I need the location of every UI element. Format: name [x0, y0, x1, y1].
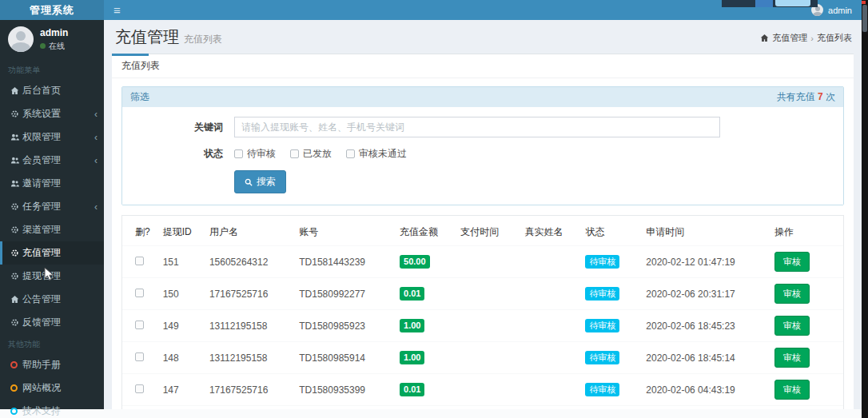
- audit-button[interactable]: 审核: [774, 380, 810, 400]
- home-icon: [10, 86, 22, 95]
- cell-account: TD1581443239: [293, 246, 393, 278]
- sidebar-toggle-icon[interactable]: ≡: [113, 0, 121, 20]
- sidebar-item-permission[interactable]: 权限管理‹: [0, 125, 104, 149]
- sidebar-item-invite[interactable]: 邀请管理: [0, 172, 104, 195]
- overlay-badge-icon: [755, 0, 773, 7]
- status-checkbox[interactable]: [234, 149, 243, 158]
- online-dot-icon: [40, 43, 46, 49]
- recharge-total-count: 7: [818, 91, 823, 102]
- sidebar-item-system[interactable]: 系统设置‹: [0, 102, 104, 125]
- keyword-input[interactable]: [234, 117, 720, 137]
- status-badge: 待审核: [585, 319, 619, 332]
- amount-badge: 0.01: [400, 287, 424, 301]
- sidebar-item-recharge[interactable]: 充值管理: [0, 241, 104, 265]
- amount-badge: 50.00: [400, 255, 430, 269]
- sidebar-item-label: 渠道管理: [22, 223, 98, 237]
- cell-real-name: [519, 310, 579, 342]
- cell-apply-time: 2020-02-06 04:43:19: [639, 374, 768, 406]
- admin-screen: 管理系统 admin 在线 功能菜单 后台首页系统设置‹权限管理‹会员管理‹邀请…: [0, 0, 868, 418]
- cell-real-name: [519, 246, 579, 278]
- filter-panel-title[interactable]: 筛选: [130, 90, 149, 104]
- sidebar-item-channel[interactable]: 渠道管理: [0, 218, 104, 241]
- chevron-left-icon: ‹: [94, 155, 98, 166]
- active-tab-indicator: [112, 54, 854, 54]
- cell-apply-time: 2020-02-06 20:31:17: [639, 278, 768, 310]
- row-checkbox[interactable]: [135, 289, 144, 297]
- users-icon: [10, 179, 22, 188]
- sidebar-item-label: 充值管理: [22, 246, 98, 260]
- cell-withdraw-id: 148: [157, 342, 203, 374]
- amount-badge: 1.00: [400, 319, 424, 332]
- table-body: 15115605264312TD158144323950.00待审核2020-0…: [122, 246, 843, 418]
- status-badge: 待审核: [585, 351, 619, 364]
- chevron-left-icon: ‹: [94, 132, 98, 143]
- search-icon: [245, 178, 253, 186]
- status-checkbox[interactable]: [290, 149, 299, 158]
- cell-account: TD1580992277: [293, 278, 393, 310]
- sidebar: 管理系统 admin 在线 功能菜单 后台首页系统设置‹权限管理‹会员管理‹邀请…: [0, 0, 104, 409]
- sidebar-other-menu: 帮助手册网站概况技术支持: [0, 353, 104, 418]
- app-logo[interactable]: 管理系统: [0, 0, 104, 20]
- sidebar-item-label: 系统设置: [22, 107, 94, 121]
- sidebar-item-label: 网站概况: [22, 381, 98, 395]
- circle-o-icon: [10, 408, 22, 415]
- sidebar-item-help[interactable]: 帮助手册: [0, 353, 104, 376]
- breadcrumb-current[interactable]: 充值列表: [817, 32, 852, 44]
- audit-button[interactable]: 审核: [774, 252, 810, 272]
- sidebar-menu: 后台首页系统设置‹权限管理‹会员管理‹邀请管理任务管理‹渠道管理充值管理提现管理…: [0, 79, 104, 334]
- row-checkbox[interactable]: [135, 352, 144, 361]
- tab-box: 充值列表 筛选 共有充值 7 次 关键词 状态: [112, 54, 854, 418]
- sidebar-item-home[interactable]: 后台首页: [0, 79, 104, 102]
- cell-withdraw-id: 147: [157, 374, 203, 406]
- cell-account: TD1580935399: [293, 374, 393, 406]
- scrollbar-thumb[interactable]: [862, 5, 867, 32]
- tab-recharge-list[interactable]: 充值列表: [121, 60, 160, 71]
- cell-pay-time: [454, 310, 518, 342]
- cell-real-name: [519, 342, 579, 374]
- row-checkbox[interactable]: [135, 257, 144, 265]
- status-option-0[interactable]: 待审核: [234, 147, 276, 161]
- user-panel: admin 在线: [0, 20, 104, 60]
- gears-icon: [10, 318, 22, 327]
- sidebar-item-label: 公告管理: [22, 293, 98, 306]
- status-checkbox[interactable]: [346, 149, 355, 158]
- audit-button[interactable]: 审核: [774, 284, 810, 304]
- sidebar-item-label: 帮助手册: [22, 358, 98, 372]
- page-title: 充值管理: [115, 28, 179, 46]
- sidebar-item-site[interactable]: 网站概况: [0, 376, 104, 400]
- audit-button[interactable]: 审核: [774, 348, 810, 368]
- app-title: 管理系统: [30, 4, 74, 16]
- search-button[interactable]: 搜索: [234, 170, 286, 193]
- filter-panel: 筛选 共有充值 7 次 关键词 状态 待审核已发放审核未通过: [121, 86, 844, 205]
- breadcrumb-separator: ›: [810, 34, 814, 43]
- table-row: 14813112195158TD15809859141.00待审核2020-02…: [122, 342, 843, 374]
- user-status: 在线: [40, 41, 68, 52]
- audit-button[interactable]: 审核: [774, 316, 810, 336]
- table-row: 14717167525716TD15809353990.01待审核2020-02…: [122, 374, 843, 406]
- cell-apply-time: 2020-02-06 18:45:14: [639, 342, 768, 374]
- sidebar-item-notice[interactable]: 公告管理: [0, 288, 104, 311]
- cell-apply-time: 2020-02-12 01:47:19: [639, 246, 768, 278]
- sidebar-item-withdraw[interactable]: 提现管理: [0, 265, 104, 288]
- cell-withdraw-id: 150: [157, 278, 203, 310]
- sidebar-item-task[interactable]: 任务管理‹: [0, 195, 104, 218]
- sidebar-item-support[interactable]: 技术支持: [0, 400, 104, 418]
- sidebar-item-feedback[interactable]: 反馈管理: [0, 311, 104, 334]
- row-checkbox[interactable]: [135, 320, 144, 329]
- chevron-left-icon: ‹: [94, 201, 98, 213]
- cell-username: 15605264312: [203, 246, 293, 278]
- status-option-1[interactable]: 已发放: [290, 147, 332, 161]
- cell-withdraw-id: 151: [157, 246, 203, 278]
- column-header: 账号: [293, 219, 393, 246]
- circle-o-icon: [10, 361, 22, 368]
- cell-withdraw-id: 149: [157, 310, 203, 342]
- status-badge: 待审核: [585, 383, 619, 396]
- cell-pay-time: [454, 342, 518, 374]
- breadcrumb-root[interactable]: 充值管理: [772, 32, 807, 44]
- column-header: 提现ID: [157, 219, 203, 246]
- cell-username: 17167525716: [203, 374, 293, 406]
- sidebar-section-main: 功能菜单: [0, 60, 104, 79]
- sidebar-item-member[interactable]: 会员管理‹: [0, 149, 104, 172]
- status-option-2[interactable]: 审核未通过: [346, 147, 407, 161]
- row-checkbox[interactable]: [135, 384, 144, 393]
